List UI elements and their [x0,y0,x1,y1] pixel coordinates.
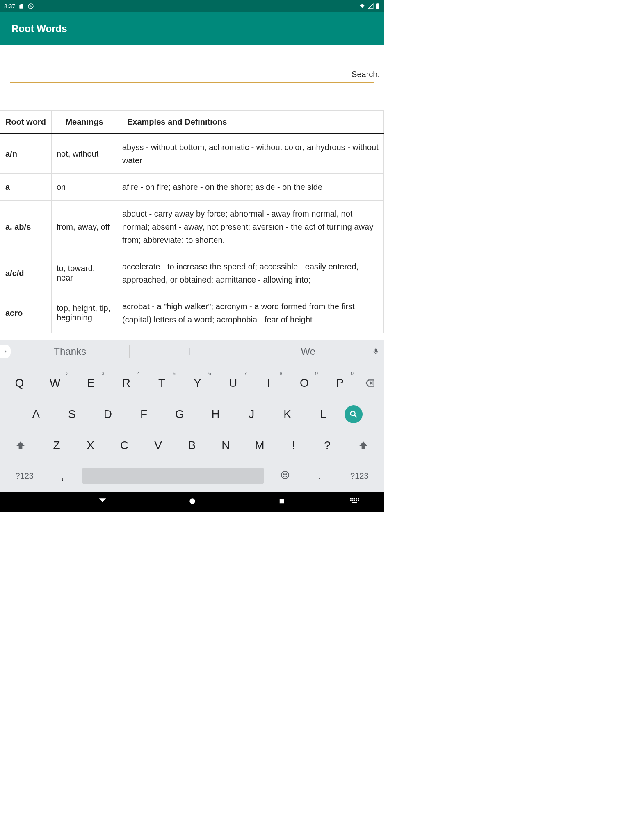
keyboard-switcher-icon[interactable] [350,498,359,506]
key-question[interactable]: ? [310,431,344,459]
expand-toolbar-button[interactable] [0,345,11,358]
cell-root: a/c/d [0,253,52,293]
svg-rect-8 [280,499,284,504]
key-s[interactable]: S [54,400,90,428]
table-row: a/n not, without abyss - without bottom;… [0,134,384,174]
cell-examples: afire - on fire; ashore - on the shore; … [117,174,384,201]
svg-point-3 [351,411,355,416]
key-a[interactable]: A [18,400,54,428]
key-p[interactable]: P0 [322,369,358,397]
mic-button[interactable] [368,347,384,356]
symbols-key-left[interactable]: ?123 [2,471,47,481]
battery-icon [376,3,380,9]
cell-examples: abyss - without bottom; achromatic - wit… [117,134,384,174]
svg-rect-11 [354,498,355,500]
key-o[interactable]: O9 [286,369,322,397]
svg-point-4 [281,471,289,479]
content-area: Search: Root word Meanings Examples and … [0,45,384,340]
key-h[interactable]: H [198,400,234,428]
app-bar: Root Words [0,12,384,45]
key-e[interactable]: E3 [73,369,109,397]
sd-card-icon [18,3,24,9]
key-b[interactable]: B [175,431,209,459]
svg-rect-18 [358,500,359,501]
search-input[interactable] [10,82,374,105]
cell-meaning: on [52,174,117,201]
key-c[interactable]: C [107,431,141,459]
key-q[interactable]: Q1 [2,369,37,397]
key-i[interactable]: I8 [251,369,287,397]
key-m[interactable]: M [243,431,276,459]
key-f[interactable]: F [126,400,162,428]
cell-examples: acrobat - a "high walker"; acronym - a w… [117,293,384,333]
key-g[interactable]: G [162,400,198,428]
key-w[interactable]: W2 [37,369,73,397]
keyboard-suggestion-bar: Thanks I We [0,340,384,363]
nav-home-button[interactable] [188,497,196,507]
cell-examples: abduct - carry away by force; abnormal -… [117,201,384,253]
key-u[interactable]: U7 [215,369,251,397]
comma-key[interactable]: , [47,470,78,482]
table-row: a on afire - on fire; ashore - on the sh… [0,174,384,201]
suggestion-1[interactable]: Thanks [11,346,129,357]
svg-rect-15 [352,500,354,501]
status-bar: 8:37 [0,0,384,12]
svg-rect-14 [350,500,352,501]
cell-meaning: not, without [52,134,117,174]
cell-root: a/n [0,134,52,174]
nav-back-button[interactable] [98,497,107,507]
svg-rect-2 [377,3,378,4]
table-row: acro top, height, tip, beginning acrobat… [0,293,384,333]
nav-recent-button[interactable] [278,498,285,507]
col-examples: Examples and Definitions [117,111,384,134]
key-y[interactable]: Y6 [180,369,215,397]
cell-root: acro [0,293,52,333]
cell-meaning: to, toward, near [52,253,117,293]
svg-point-6 [286,474,287,475]
key-t[interactable]: T5 [144,369,180,397]
svg-rect-12 [356,498,357,500]
key-k[interactable]: K [269,400,306,428]
key-d[interactable]: D [90,400,126,428]
emoji-key[interactable] [268,470,303,482]
suggestion-3[interactable]: We [249,346,368,357]
shift-key-left[interactable] [2,431,40,459]
symbols-key-right[interactable]: ?123 [337,471,382,481]
space-key[interactable] [78,462,268,490]
table-row: a/c/d to, toward, near accelerate - to i… [0,253,384,293]
key-j[interactable]: J [233,400,269,428]
svg-rect-1 [376,4,379,9]
key-n[interactable]: N [209,431,242,459]
key-r[interactable]: R4 [108,369,144,397]
backspace-key[interactable] [358,369,382,397]
key-exclaim[interactable]: ! [276,431,310,459]
cell-root: a, ab/s [0,201,52,253]
search-action-key[interactable] [341,400,366,428]
col-meanings: Meanings [52,111,117,134]
table-row: a, ab/s from, away, off abduct - carry a… [0,201,384,253]
svg-rect-17 [356,500,357,501]
cell-examples: accelerate - to increase the speed of; a… [117,253,384,293]
key-l[interactable]: L [305,400,341,428]
navigation-bar [0,492,384,512]
soft-keyboard: Thanks I We Q1W2E3R4T5Y6U7I8O9P0 ASDFGHJ… [0,340,384,492]
status-time: 8:37 [4,3,15,9]
key-x[interactable]: X [73,431,107,459]
key-v[interactable]: V [141,431,175,459]
svg-rect-13 [358,498,359,500]
cell-root: a [0,174,52,201]
app-title: Root Words [11,23,67,34]
key-z[interactable]: Z [40,431,73,459]
cell-meaning: from, away, off [52,201,117,253]
svg-point-5 [283,474,284,475]
svg-rect-19 [352,502,357,503]
root-words-table: Root word Meanings Examples and Definiti… [0,110,384,333]
period-key[interactable]: . [302,470,337,482]
cell-meaning: top, height, tip, beginning [52,293,117,333]
search-icon [349,410,358,419]
suggestion-2[interactable]: I [130,346,248,357]
svg-point-7 [189,498,195,504]
signal-icon [368,3,374,9]
shift-key-right[interactable] [344,431,382,459]
no-sync-icon [27,3,34,9]
